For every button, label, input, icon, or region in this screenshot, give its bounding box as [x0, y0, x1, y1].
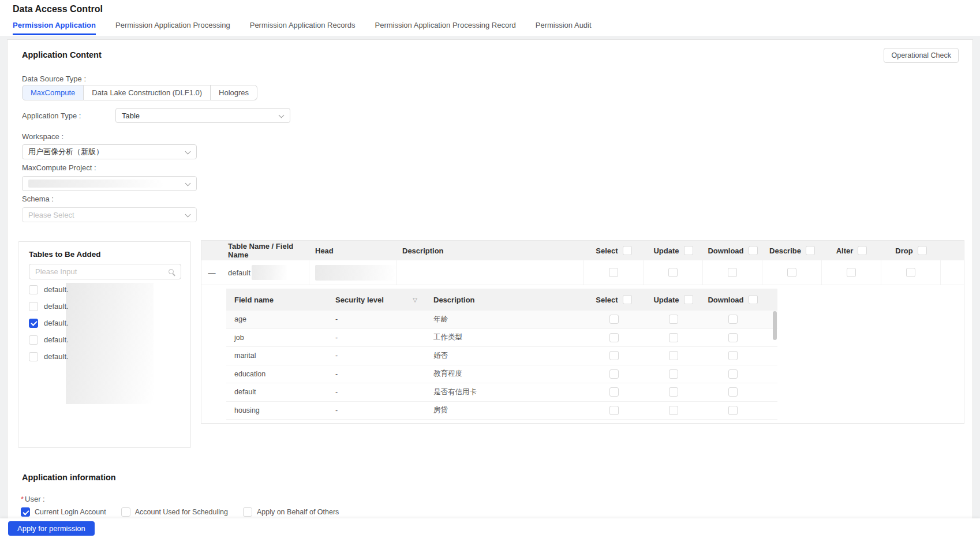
filter-icon[interactable]: ▽	[413, 297, 417, 303]
table-list-item[interactable]: default.	[18, 315, 190, 331]
user-option-checkbox[interactable]	[121, 507, 130, 517]
describe-all-checkbox[interactable]	[806, 246, 815, 255]
footer-bar: Apply for permission	[0, 518, 980, 538]
field-update-checkbox[interactable]	[669, 351, 678, 360]
table-checkbox[interactable]	[29, 335, 38, 345]
data-source-option-hologres[interactable]: Hologres	[211, 85, 257, 100]
tab-permission-application-processing-record[interactable]: Permission Application Processing Record	[375, 21, 516, 35]
col-field-download-label: Download	[708, 296, 743, 304]
field-update-checkbox[interactable]	[669, 406, 678, 415]
field-update-checkbox[interactable]	[669, 387, 678, 397]
table-checkbox[interactable]	[29, 285, 38, 294]
field-download-all-checkbox[interactable]	[749, 295, 758, 304]
chevron-down-icon	[185, 149, 191, 155]
update-checkbox[interactable]	[668, 268, 678, 277]
field-row: default - 是否有信用卡	[226, 383, 777, 402]
page-title: Data Access Control	[13, 4, 103, 14]
tab-permission-application-records[interactable]: Permission Application Records	[250, 21, 356, 35]
redacted-table-name	[252, 265, 287, 280]
download-all-checkbox[interactable]	[749, 246, 758, 255]
field-select-checkbox[interactable]	[609, 369, 619, 379]
schema-select[interactable]: Please Select	[22, 207, 197, 222]
field-download-checkbox[interactable]	[728, 315, 738, 324]
col-download-label: Download	[708, 246, 743, 255]
field-update-checkbox[interactable]	[669, 315, 678, 324]
col-download: Download	[703, 246, 762, 255]
field-update-checkbox[interactable]	[669, 333, 678, 342]
tab-permission-audit[interactable]: Permission Audit	[536, 21, 592, 35]
table-list-item[interactable]: default.	[18, 348, 190, 365]
field-download-checkbox[interactable]	[728, 369, 738, 379]
data-source-type-label: Data Source Type :	[22, 74, 86, 83]
security-level: -	[335, 315, 338, 323]
select-checkbox[interactable]	[609, 268, 618, 277]
user-option-account-used-for-scheduling[interactable]: Account Used for Scheduling	[121, 507, 228, 517]
select-all-checkbox[interactable]	[623, 246, 632, 255]
table-search-box	[29, 264, 181, 279]
user-option-checkbox-checked[interactable]	[21, 507, 30, 517]
col-describe: Describe	[762, 246, 822, 255]
field-description: 教育程度	[425, 369, 584, 379]
user-option-checkbox[interactable]	[243, 507, 252, 517]
tab-permission-application[interactable]: Permission Application	[13, 21, 96, 35]
field-row: job - 工作类型	[226, 329, 777, 348]
describe-checkbox[interactable]	[787, 268, 796, 277]
field-select-checkbox[interactable]	[609, 387, 619, 397]
operational-check-button[interactable]: Operational Check	[884, 48, 959, 63]
maxcompute-project-select[interactable]	[22, 176, 197, 191]
field-select-checkbox[interactable]	[609, 406, 619, 415]
workspace-select[interactable]: 用户画像分析（新版）	[22, 144, 197, 159]
col-field-name: Field name	[226, 296, 327, 304]
user-option-apply-on-behalf-of-others[interactable]: Apply on Behalf of Others	[243, 507, 339, 517]
field-select-checkbox[interactable]	[609, 315, 619, 324]
collapse-row-icon[interactable]: —	[208, 268, 216, 277]
field-permission-table: Field name Security level ▽ Description …	[226, 289, 777, 420]
user-label-text: User :	[25, 495, 45, 503]
data-source-option-maxcompute[interactable]: MaxCompute	[22, 85, 84, 100]
vertical-scrollbar-thumb[interactable]	[773, 311, 777, 340]
required-mark: *	[21, 495, 24, 503]
table-name-prefix: default.	[44, 302, 69, 311]
download-checkbox[interactable]	[728, 268, 737, 277]
tab-permission-application-processing[interactable]: Permission Application Processing	[115, 21, 230, 35]
col-field-select: Select	[584, 295, 644, 304]
table-list-item[interactable]: default.	[18, 281, 190, 298]
field-download-checkbox[interactable]	[728, 387, 738, 397]
user-option-current-login-account[interactable]: Current Login Account	[21, 507, 106, 517]
user-options-row: Current Login Account Account Used for S…	[21, 507, 339, 517]
col-update: Update	[644, 246, 703, 255]
field-select-checkbox[interactable]	[609, 333, 619, 342]
field-name: job	[226, 334, 327, 342]
col-update-label: Update	[653, 246, 679, 255]
drop-all-checkbox[interactable]	[918, 246, 927, 255]
alter-checkbox[interactable]	[847, 268, 856, 277]
field-select-checkbox[interactable]	[609, 351, 619, 360]
field-update-all-checkbox[interactable]	[684, 295, 693, 304]
data-source-option-dlf[interactable]: Data Lake Construction (DLF1.0)	[84, 85, 211, 100]
table-list-item[interactable]: default.	[18, 298, 190, 315]
application-content-card: Application Content Operational Check Da…	[7, 39, 973, 520]
field-select-all-checkbox[interactable]	[623, 295, 632, 304]
drop-checkbox[interactable]	[906, 268, 915, 277]
update-all-checkbox[interactable]	[684, 246, 693, 255]
maxcompute-project-label: MaxCompute Project :	[22, 163, 96, 172]
table-search-input[interactable]	[35, 267, 164, 276]
table-checkbox[interactable]	[29, 352, 38, 361]
tables-to-be-added-panel: Tables to Be Added default. default. def…	[18, 241, 191, 448]
apply-for-permission-button[interactable]: Apply for permission	[8, 521, 95, 536]
col-select-label: Select	[596, 246, 618, 255]
col-describe-label: Describe	[769, 246, 801, 255]
security-level: -	[335, 406, 338, 414]
alter-all-checkbox[interactable]	[858, 246, 867, 255]
field-download-checkbox[interactable]	[728, 351, 738, 360]
application-type-select[interactable]: Table	[115, 108, 290, 123]
security-level: -	[335, 334, 338, 342]
field-download-checkbox[interactable]	[728, 406, 738, 415]
schema-label: Schema :	[22, 195, 54, 203]
table-checkbox[interactable]	[29, 302, 38, 311]
field-description: 工作类型	[425, 332, 584, 342]
table-checkbox-checked[interactable]	[29, 319, 38, 328]
field-update-checkbox[interactable]	[669, 369, 678, 379]
table-list-item[interactable]: default.	[18, 331, 190, 348]
field-download-checkbox[interactable]	[728, 333, 738, 342]
